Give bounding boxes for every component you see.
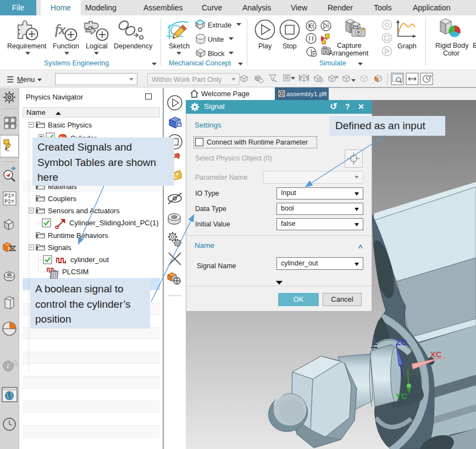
- svg-text:Arrangement: Arrangement: [329, 49, 369, 57]
- svg-text:ZC: ZC: [396, 337, 407, 347]
- svg-text:Requirement: Requirement: [7, 42, 47, 50]
- svg-text:Graph: Graph: [397, 42, 417, 50]
- svg-text:P2=: P2=: [4, 199, 14, 205]
- svg-text:YC: YC: [396, 391, 407, 401]
- svg-text:Function: Function: [53, 42, 79, 50]
- svg-text:Sketch: Sketch: [169, 42, 190, 50]
- svg-text:fx: fx: [55, 21, 65, 37]
- svg-text:Systems Engineering: Systems Engineering: [44, 59, 109, 67]
- svg-text:Simulate: Simulate: [319, 59, 346, 67]
- svg-text:Extrude: Extrude: [208, 21, 231, 29]
- svg-text:Stop: Stop: [283, 42, 297, 50]
- svg-text:Block: Block: [208, 50, 225, 58]
- svg-text:P1=: P1=: [4, 193, 14, 199]
- svg-text:XC: XC: [430, 350, 442, 359]
- svg-text:Dependency: Dependency: [114, 42, 153, 50]
- svg-text:Play: Play: [258, 42, 272, 50]
- svg-text:Unite: Unite: [208, 36, 224, 43]
- svg-text:i: i: [7, 362, 9, 370]
- svg-text:Color: Color: [443, 49, 460, 57]
- svg-text:B: B: [473, 42, 476, 49]
- svg-text:Mechanical Concept: Mechanical Concept: [169, 59, 231, 67]
- svg-text:Logical: Logical: [86, 42, 108, 50]
- svg-text:Capture: Capture: [337, 42, 362, 49]
- svg-text:Rigid Body: Rigid Body: [435, 42, 469, 49]
